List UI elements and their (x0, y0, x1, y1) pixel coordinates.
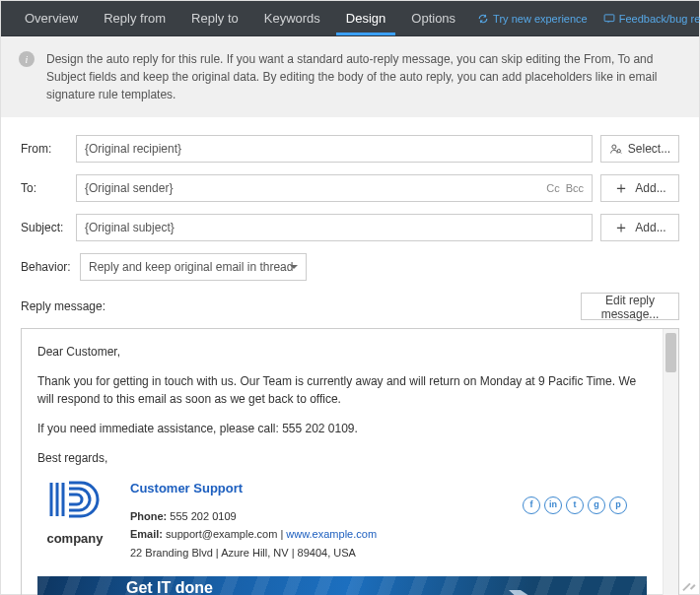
behavior-label: Behavior: (21, 260, 72, 274)
signature-name: Customer Support (130, 479, 377, 498)
reply-section-label: Reply message: (21, 299, 105, 313)
body-paragraph: Thank you for getting in touch with us. … (37, 372, 647, 408)
plus-icon: ＋ (613, 180, 629, 196)
twitter-icon[interactable]: t (566, 496, 584, 514)
refresh-icon (477, 13, 489, 25)
logo-wordmark: company (46, 529, 103, 549)
feedback-icon (603, 13, 615, 25)
person-search-icon (609, 143, 622, 156)
to-input[interactable]: {Original sender} Cc Bcc (76, 174, 593, 202)
subject-row: Subject: {Original subject} ＋ Add... (21, 214, 679, 241)
facebook-icon[interactable]: f (523, 496, 540, 514)
signature-logo: company (37, 479, 112, 562)
signature-details: Customer Support Phone: 555 202 0109 Ema… (130, 479, 377, 562)
signature-block: company Customer Support Phone: 555 202 … (37, 479, 647, 562)
svg-line-3 (620, 152, 621, 153)
edit-reply-button[interactable]: Edit reply message... (581, 293, 679, 320)
logo-mark-icon (45, 479, 105, 525)
to-label: To: (21, 181, 68, 195)
subject-label: Subject: (21, 221, 68, 234)
svg-point-1 (612, 145, 616, 149)
banner-title: Get IT donefaster than ever (126, 579, 244, 595)
cc-toggle[interactable]: Cc (546, 182, 559, 194)
from-row: From: {Original recipient} Select... (21, 135, 679, 163)
jet-image (459, 584, 627, 595)
behavior-row: Behavior: Reply and keep original email … (21, 253, 679, 281)
tab-reply-from[interactable]: Reply from (94, 1, 175, 35)
top-nav: Overview Reply from Reply to Keywords De… (1, 1, 699, 36)
pinterest-icon[interactable]: p (609, 496, 627, 514)
feedback-link[interactable]: Feedback/bug report (603, 13, 700, 25)
closing: Best regards, (37, 449, 647, 467)
reply-body[interactable]: Dear Customer, Thank you for getting in … (22, 329, 663, 595)
linkedin-icon[interactable]: in (544, 496, 562, 514)
from-input[interactable]: {Original recipient} (76, 135, 593, 163)
social-row: f in t g p (523, 496, 647, 562)
to-row: To: {Original sender} Cc Bcc ＋ Add... (21, 174, 679, 202)
form-area: From: {Original recipient} Select... To:… (1, 117, 699, 595)
page-root: Overview Reply from Reply to Keywords De… (0, 0, 700, 595)
tab-design[interactable]: Design (336, 1, 395, 35)
scrollbar[interactable] (663, 329, 678, 595)
info-text: Design the auto reply for this rule. If … (46, 50, 681, 103)
window-resize-handle-icon[interactable] (683, 578, 695, 590)
reply-header: Reply message: Edit reply message... (21, 293, 679, 320)
promo-banner[interactable]: Get IT donefaster than ever LEARN MORE (37, 576, 647, 595)
info-icon: i (19, 51, 35, 67)
info-banner: i Design the auto reply for this rule. I… (1, 36, 699, 117)
google-icon[interactable]: g (588, 496, 605, 514)
website-link[interactable]: www.example.com (286, 528, 377, 540)
try-new-experience-link[interactable]: Try new experience (477, 13, 588, 25)
behavior-value: Reply and keep original email in thread (89, 260, 293, 274)
to-value: {Original sender} (85, 181, 173, 195)
signature-address: 22 Branding Blvd | Azure Hill, NV | 8940… (130, 545, 377, 562)
tab-overview[interactable]: Overview (15, 1, 88, 35)
add-to-button[interactable]: ＋ Add... (600, 174, 679, 202)
bcc-toggle[interactable]: Bcc (566, 182, 584, 194)
greeting: Dear Customer, (37, 343, 647, 361)
behavior-select[interactable]: Reply and keep original email in thread (80, 253, 307, 281)
plus-icon: ＋ (613, 220, 629, 235)
tab-options[interactable]: Options (401, 1, 465, 35)
reply-editor: Dear Customer, Thank you for getting in … (21, 328, 679, 595)
subject-input[interactable]: {Original subject} (76, 214, 593, 241)
svg-rect-0 (604, 14, 614, 21)
tab-reply-to[interactable]: Reply to (181, 1, 248, 35)
add-subject-button[interactable]: ＋ Add... (600, 214, 679, 241)
svg-point-2 (617, 149, 620, 152)
body-paragraph: If you need immediate assistance, please… (37, 420, 647, 437)
chevron-down-icon (290, 265, 298, 269)
select-from-button[interactable]: Select... (600, 135, 679, 163)
scrollbar-thumb[interactable] (665, 333, 676, 372)
from-label: From: (21, 142, 68, 156)
tab-keywords[interactable]: Keywords (254, 1, 330, 35)
